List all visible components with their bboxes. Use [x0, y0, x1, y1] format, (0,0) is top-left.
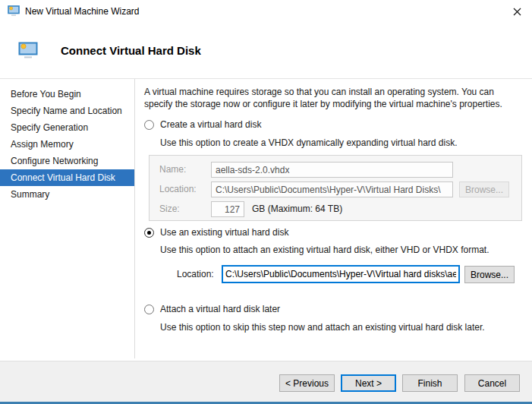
sidebar-item-specify-generation[interactable]: Specify Generation [0, 119, 134, 136]
attach-later-option: Attach a virtual hard disk later [144, 304, 280, 314]
page-content: A virtual machine requires storage so th… [144, 79, 525, 358]
footer-button-bar: < Previous Next > Finish Cancel [0, 361, 532, 402]
finish-button[interactable]: Finish [402, 374, 458, 392]
existing-disk-radio-label[interactable]: Use an existing virtual hard disk [160, 227, 288, 238]
create-disk-fields-group: Name: Location: Browse... Size: GB (Maxi… [149, 155, 522, 221]
attach-later-radio[interactable] [144, 305, 154, 314]
browse-button-disabled: Browse... [459, 181, 509, 197]
create-disk-option: Create a virtual hard disk [144, 119, 261, 130]
titlebar: New Virtual Machine Wizard [0, 0, 532, 23]
location-field-row: Location: Browse... [150, 181, 521, 197]
next-button[interactable]: Next > [341, 374, 396, 392]
attach-later-description: Use this option to skip this step now an… [160, 322, 485, 333]
existing-disk-radio[interactable] [144, 228, 154, 238]
existing-disk-option: Use an existing virtual hard disk [144, 227, 288, 238]
intro-text: A virtual machine requires storage so th… [144, 86, 521, 110]
location-label: Location: [159, 184, 197, 194]
existing-location-input[interactable] [222, 265, 460, 283]
close-icon [513, 7, 521, 18]
existing-location-label: Location: [177, 269, 214, 279]
browse-button[interactable]: Browse... [464, 266, 515, 283]
vm-monitor-icon [8, 5, 20, 17]
create-disk-radio-label[interactable]: Create a virtual hard disk [160, 119, 261, 130]
wizard-window: New Virtual Machine Wizard Connect Virtu… [0, 0, 532, 404]
sidebar-item-configure-networking[interactable]: Configure Networking [0, 153, 134, 169]
size-suffix: GB (Maximum: 64 TB) [252, 204, 342, 214]
create-disk-description: Use this option to create a VHDX dynamic… [160, 137, 458, 149]
sidebar-item-before-you-begin[interactable]: Before You Begin [0, 86, 134, 103]
size-field-row: Size: GB (Maximum: 64 TB) [150, 201, 521, 217]
attach-later-radio-label[interactable]: Attach a virtual hard disk later [160, 304, 280, 314]
name-field-row: Name: [150, 162, 521, 178]
wizard-page-icon [18, 42, 38, 59]
size-label: Size: [159, 204, 180, 214]
sidebar-item-specify-name-and-location[interactable]: Specify Name and Location [0, 103, 134, 119]
name-label: Name: [159, 164, 186, 175]
existing-disk-description: Use this option to attach an existing vi… [160, 245, 490, 256]
window-title: New Virtual Machine Wizard [25, 6, 140, 17]
size-input [211, 201, 244, 217]
location-input [211, 181, 453, 197]
sidebar-item-assign-memory[interactable]: Assign Memory [0, 136, 134, 153]
name-input [211, 162, 453, 178]
sidebar: Before You Begin Specify Name and Locati… [0, 79, 135, 358]
cancel-button[interactable]: Cancel [464, 374, 520, 392]
sidebar-item-connect-virtual-hard-disk[interactable]: Connect Virtual Hard Disk [0, 169, 134, 186]
previous-button[interactable]: < Previous [279, 374, 335, 392]
close-button[interactable] [508, 4, 526, 21]
create-disk-radio[interactable] [144, 120, 154, 130]
page-title: Connect Virtual Hard Disk [61, 44, 201, 57]
sidebar-item-summary[interactable]: Summary [0, 186, 134, 203]
